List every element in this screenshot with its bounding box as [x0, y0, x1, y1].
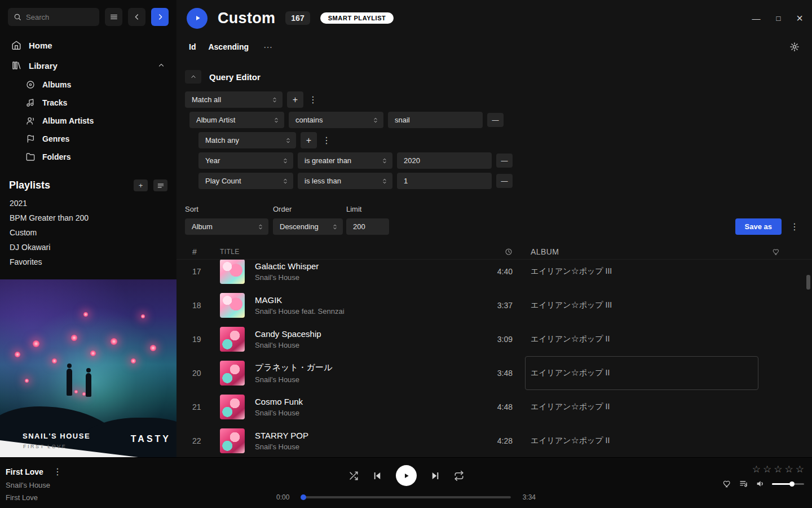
scrollbar-thumb[interactable] — [806, 275, 810, 290]
sidebar-item-album-artists[interactable]: Album Artists — [23, 112, 169, 130]
track-number: 20 — [192, 369, 220, 378]
playlist-item[interactable]: 2021 — [8, 196, 169, 211]
sidebar-item-folders[interactable]: Folders — [23, 148, 169, 166]
queue-icon[interactable] — [739, 479, 748, 488]
rule-value-input[interactable] — [397, 173, 492, 189]
kebab-icon[interactable]: ⋮ — [308, 94, 318, 105]
table-row[interactable]: 20 プラネット・ガール Snail's House 3:48 エイリアン☆ポッ… — [176, 356, 812, 390]
sort-field-button[interactable]: Id — [189, 42, 196, 51]
sidebar-item-library[interactable]: Library — [8, 55, 169, 76]
focused-album-cell[interactable]: エイリアン☆ポップ II — [531, 356, 769, 390]
sort-select[interactable]: Album — [185, 218, 268, 235]
unfold-icon — [271, 97, 278, 103]
remove-rule-button[interactable]: — — [496, 154, 513, 168]
remove-rule-button[interactable]: — — [496, 174, 513, 188]
collapse-query-editor-button[interactable] — [185, 70, 201, 84]
player-bar: First Love ⋮ Snail's House First Love 0:… — [0, 457, 812, 508]
column-header-favorite[interactable] — [769, 248, 812, 256]
gear-icon[interactable] — [789, 42, 800, 52]
rule-operator-select[interactable]: is less than — [298, 173, 392, 189]
remove-rule-button[interactable]: — — [487, 113, 504, 127]
limit-input[interactable] — [346, 218, 389, 235]
sidebar-item-genres[interactable]: Genres — [23, 130, 169, 148]
kebab-icon[interactable]: ⋮ — [52, 466, 63, 477]
clock-icon — [505, 248, 513, 256]
select-value: Descending — [280, 222, 319, 231]
rule-value-input[interactable] — [397, 152, 492, 169]
menu-button[interactable] — [105, 8, 122, 26]
rule-operator-select[interactable]: is greater than — [298, 152, 392, 169]
play-pause-button[interactable] — [396, 465, 417, 486]
column-header-index[interactable]: # — [192, 247, 220, 256]
playlist-item[interactable]: DJ Okawari — [8, 240, 169, 255]
column-header-duration[interactable] — [479, 248, 513, 256]
playlist-item[interactable]: BPM Greater than 200 — [8, 211, 169, 225]
rule-value-input[interactable] — [388, 112, 483, 128]
match-select[interactable]: Match any — [198, 132, 296, 148]
skip-previous-icon[interactable] — [372, 471, 382, 481]
unfold-icon — [381, 178, 388, 185]
skip-next-icon[interactable] — [430, 471, 440, 481]
rule-operator-select[interactable]: contains — [289, 112, 383, 128]
search-input[interactable] — [26, 13, 94, 21]
sidebar-item-tracks[interactable]: Tracks — [23, 94, 169, 112]
play-playlist-button[interactable] — [187, 8, 208, 29]
volume-icon[interactable] — [756, 479, 765, 488]
rule-field-select[interactable]: Album Artist — [189, 112, 284, 128]
seek-thumb[interactable] — [301, 494, 306, 500]
playlist-options-button[interactable] — [153, 179, 167, 191]
sort-toolbar: Id Ascending ⋯ — [176, 36, 812, 58]
playlist-item[interactable]: Favorites — [8, 255, 169, 269]
track-duration: 3:09 — [479, 335, 513, 344]
star-icon[interactable]: ☆ — [774, 465, 782, 474]
table-row[interactable]: 21 Cosmo Funk Snail's House 4:48 エイリアン☆ポ… — [176, 390, 812, 424]
volume-thumb[interactable] — [789, 481, 795, 487]
save-as-button[interactable]: Save as — [735, 218, 782, 235]
table-row[interactable]: 19 Candy Spaceship Snail's House 3:09 エイ… — [176, 322, 812, 356]
rule-field-select[interactable]: Play Count — [198, 173, 293, 189]
maximize-icon[interactable]: □ — [776, 15, 780, 22]
table-row[interactable]: 18 MAGIK Snail's House feat. Sennzai 3:3… — [176, 288, 812, 322]
match-select[interactable]: Match all — [185, 91, 283, 108]
kebab-icon[interactable]: ⋮ — [789, 221, 800, 232]
track-duration: 3:48 — [479, 369, 513, 378]
add-rule-button[interactable]: + — [287, 91, 303, 108]
chevron-right-icon — [156, 12, 165, 21]
shuffle-icon[interactable] — [348, 471, 359, 481]
sort-direction-button[interactable]: Ascending — [208, 42, 249, 51]
order-group: Order Descending — [273, 205, 343, 235]
track-title: STARRY POP — [255, 431, 479, 440]
star-icon[interactable]: ☆ — [763, 465, 771, 474]
seek-bar[interactable] — [301, 496, 511, 498]
back-button[interactable] — [128, 8, 145, 26]
column-header-title[interactable]: TITLE — [220, 248, 479, 256]
playlist-item[interactable]: Custom — [8, 225, 169, 240]
star-icon[interactable]: ☆ — [752, 465, 761, 474]
query-rule-row: Album Artist contains — — [185, 112, 800, 128]
rule-field-select[interactable]: Year — [198, 152, 293, 169]
column-header-album[interactable]: ALBUM — [531, 247, 769, 256]
minimize-icon[interactable]: — — [752, 14, 760, 23]
repeat-icon[interactable] — [454, 471, 464, 481]
kebab-icon[interactable]: ⋮ — [321, 135, 332, 146]
heart-icon[interactable] — [723, 479, 732, 488]
close-icon[interactable]: × — [796, 12, 803, 24]
chevron-up-icon[interactable] — [157, 62, 165, 69]
volume-slider[interactable] — [772, 483, 804, 485]
sidebar-item-albums[interactable]: Albums — [23, 76, 169, 94]
star-icon[interactable]: ☆ — [785, 465, 793, 474]
heart-icon — [773, 248, 780, 256]
star-icon[interactable]: ☆ — [796, 465, 804, 474]
lantern-dot — [74, 390, 78, 393]
track-title: プラネット・ガール — [255, 362, 479, 373]
sidebar-item-label: Library — [29, 61, 58, 71]
search-box[interactable] — [8, 8, 99, 26]
order-select[interactable]: Descending — [273, 218, 343, 235]
forward-button[interactable] — [151, 8, 169, 26]
table-row[interactable]: 17 Galactic Whisper Snail's House 4:40 エ… — [176, 260, 812, 288]
sidebar-item-home[interactable]: Home — [8, 35, 169, 55]
add-rule-button[interactable]: + — [301, 132, 317, 148]
add-playlist-button[interactable]: + — [134, 179, 148, 191]
table-row[interactable]: 22 STARRY POP Snail's House 4:28 エイリアン☆ポ… — [176, 424, 812, 458]
more-horizontal-icon[interactable]: ⋯ — [263, 42, 273, 52]
